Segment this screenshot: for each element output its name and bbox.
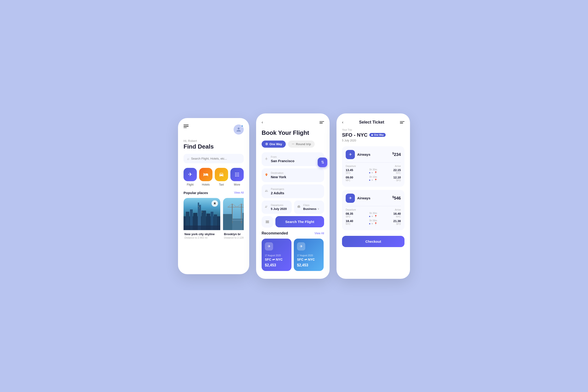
dep-code-2-2: NYC [346,223,357,225]
rec-card-1[interactable]: ✈ 17 August 2020 SFC ⇌ NYC $2,453 [262,238,292,271]
passengers-field[interactable]: Passengers 2 Adults [262,184,324,198]
svg-point-5 [238,174,239,175]
rec-card-2[interactable]: ✈ 17 August 2020 SFC ⇌ NYC $2,453 [294,238,324,271]
brooklyn-distance: Distance to 2.128 m [224,236,244,239]
brooklyn-info: Brooklyn br Distance to 2.128 m [223,230,244,240]
recommended-title: Recommended [262,231,288,236]
book-flight-title: Book Your Flight [262,129,324,136]
dep-time-1-1: 13.45 [346,168,357,172]
svg-point-3 [235,174,236,175]
svg-rect-33 [223,214,232,230]
your-trip-label: Your Trip [342,128,404,131]
class-field[interactable]: Class Business ∨ [294,200,324,214]
card-date-2: 17 August 2020 [297,254,320,257]
page-wrapper: Hi, Robert Find Deals ⌕ ✈ Flight Hotels [178,114,410,279]
avatar[interactable] [234,124,244,134]
arr-code-1-1: NYC [389,172,401,174]
arr-code-1-2: SFO [389,179,401,182]
p3-header: ‹ Select Ticket [342,120,404,125]
segment-labels-1: DepartureArrive [346,165,401,168]
flight-form: From San Francisco ⇅ Destination New Yor… [262,152,324,182]
back-button[interactable]: ‹ [262,120,263,125]
checkout-button[interactable]: Checkout [342,236,404,247]
svg-point-8 [238,176,239,176]
dep-time-1-2: 09.00 [346,176,357,179]
coupon-row: Search The Flight [262,216,324,228]
search-flight-button[interactable]: Search The Flight [276,216,324,227]
bookmark-icon[interactable] [212,200,218,207]
flight-line-2-2: 5h 58m ✈ 📍 [357,219,389,225]
coupon-icon[interactable] [262,216,273,228]
segment-1-1: 13.45 SFO 5h 30m ✈ 📍 [346,168,401,174]
category-flight[interactable]: ✈ Flight [184,168,197,186]
svg-rect-23 [202,212,202,212]
popular-places-header: Popular places View All [184,191,244,195]
nyc-info: New york city skyline Distance to 2.902 … [184,230,220,240]
destination-field[interactable]: Destination New York [262,168,324,182]
arr-time-2-1: 16.40 [389,212,401,216]
view-all-link[interactable]: View All [234,191,244,194]
svg-rect-20 [184,226,220,230]
swap-button[interactable]: ⇅ [318,158,327,167]
arr-code-2-1: NYC [389,216,401,218]
card-route-1: SFC ⇌ NYC [265,258,288,261]
menu-icon[interactable] [400,121,404,123]
hotels-label: Hotels [202,183,210,186]
arr-time-1-1: 22.15 [389,168,401,172]
trip-date: 5 July 2020 [342,139,404,142]
place-card-nyc[interactable]: New york city skyline Distance to 2.902 … [184,198,220,240]
more-icon [230,168,244,181]
svg-point-37 [372,134,373,136]
category-more[interactable]: More [230,168,244,186]
hotels-icon [199,168,212,181]
greeting-text: Hi, Robert [184,139,244,142]
class-value: Business [303,207,316,210]
card-route-2: SFC ⇌ NYC [297,258,320,261]
from-field[interactable]: From San Francisco [262,152,324,166]
duration-1-1: 5h 30m [369,168,377,171]
ticket-card-1[interactable]: ✈ Airways $234 DepartureArrive 13.45 SFO [342,146,404,187]
airline-icon-2: ✈ [346,194,355,203]
place-card-brooklyn[interactable]: Brooklyn br Distance to 2.128 m [223,198,244,240]
arr-time-2-2: 21.38 [389,219,401,223]
airline-name-1: Airways [357,152,370,156]
svg-point-7 [236,176,238,176]
search-input[interactable] [191,157,240,160]
svg-point-1 [236,172,238,174]
avatar-dot [241,125,243,127]
ticket-card-2[interactable]: ✈ Airways $546 DepartureArrive 08.35 SFO [342,190,404,230]
rec-view-all[interactable]: View All [314,232,324,235]
one-way-button[interactable]: One Way [262,140,286,148]
dep-time-2-1: 08.35 [346,212,357,216]
ticket-price-1: $234 [392,152,401,157]
svg-point-0 [235,172,236,174]
taxi-label: Taxi [219,183,224,186]
brooklyn-image [223,198,244,230]
search-bar[interactable]: ⌕ [184,154,244,163]
trip-route: SFO - NYC [342,132,368,138]
svg-point-2 [238,172,239,174]
menu-icon[interactable] [320,121,324,123]
destination-value: New York [271,175,320,179]
flight-line-1-1: 5h 30m ✈ 📍 [357,168,389,174]
card-plane-icon-1: ✈ [265,242,273,250]
round-trip-button[interactable]: Round trip [288,140,315,148]
departure-class-row: Departures 5 July 2020 Class Business ∨ [262,200,324,214]
category-hotels[interactable]: Hotels [199,168,212,186]
dep-time-2-2: 18.40 [346,219,357,223]
page-title: Find Deals [184,143,244,150]
segment-2-2: 18.40 NYC 5h 58m ✈ 📍 [346,219,401,225]
class-label: Class [303,204,320,206]
category-taxi[interactable]: Taxi [215,168,228,186]
departures-field[interactable]: Departures 5 July 2020 [262,200,292,214]
popular-places-title: Popular places [184,191,208,195]
airline-icon-1: ✈ [346,150,355,159]
ticket-header-1: ✈ Airways $234 [346,150,401,159]
menu-icon[interactable] [184,124,188,128]
svg-rect-22 [199,208,200,208]
destination-label: Destination [271,172,320,174]
duration-2-1: 5h 30m [369,212,377,214]
departures-value: 5 July 2020 [271,207,288,210]
dep-code-2-1: SFO [346,216,357,218]
back-button[interactable]: ‹ [342,120,344,125]
